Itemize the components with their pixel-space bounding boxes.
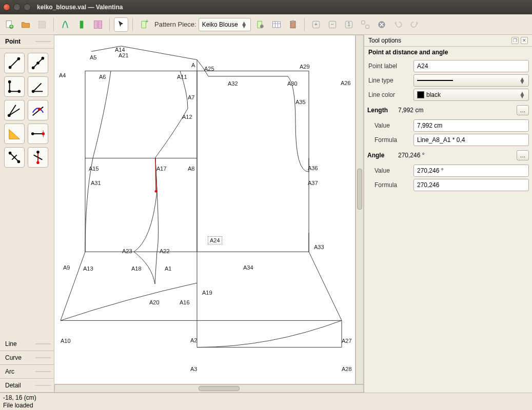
svg-line-67 [155,158,156,192]
panel-close-button[interactable]: ✕ [521,37,528,44]
tool-heading: Point at distance and angle [364,47,532,58]
line-type-label: Line type [367,77,410,84]
angle-value-label: Value [367,167,410,174]
point-tools [0,49,54,172]
svg-rect-12 [291,20,294,22]
svg-rect-11 [290,21,295,28]
angle-formula-input[interactable]: 270,246 [413,179,529,191]
pattern-piece-value: Keiko Blouse [202,21,238,28]
zoom-out-button[interactable]: − [325,17,340,32]
svg-point-34 [18,90,21,93]
layout-button[interactable] [91,17,105,32]
svg-point-54 [36,161,40,164]
svg-line-60 [61,252,85,320]
tab-detail[interactable]: Detail [0,379,54,393]
angle-display: 270,246 ° [398,152,425,159]
svg-text:+: + [10,23,13,29]
clipboard-button[interactable] [286,17,300,32]
vertical-scrollbar[interactable] [356,35,364,384]
pattern-piece-select[interactable]: Keiko Blouse ▲▼ [199,18,251,31]
stop-button[interactable] [375,17,389,32]
line-color-label: Line color [367,91,410,98]
panel-undock-button[interactable]: ❐ [511,37,519,44]
svg-rect-56 [85,71,197,252]
svg-rect-20 [365,25,369,28]
svg-text:+: + [314,22,318,27]
svg-point-6 [260,25,264,28]
tab-line[interactable]: Line [0,337,54,351]
tool-bisector[interactable] [4,100,25,120]
svg-rect-57 [197,71,309,252]
length-expand-button[interactable]: … [517,105,529,115]
main-toolbar: + + Pattern Piece: Keiko Blouse ▲▼ + − 1 [0,14,532,35]
svg-rect-7 [272,22,280,28]
pointer-button[interactable] [114,17,128,32]
drawing-canvas[interactable]: A4A5A14A21A6A11AA25A29A26A32A30A7A35A12A… [54,35,356,384]
length-formula-label: Formula [367,136,410,144]
svg-point-38 [32,90,35,93]
line-color-select[interactable]: black▲▼ [413,89,529,101]
tab-curve[interactable]: Curve [0,351,54,365]
svg-point-68 [155,190,157,193]
tool-angle[interactable] [28,76,48,97]
window-minimize-button[interactable] [13,4,21,11]
svg-text:1: 1 [347,22,350,27]
angle-label: Angle [367,152,384,159]
open-file-button[interactable] [18,17,33,32]
status-coords: -18, 16 (cm) [3,394,529,401]
window-title: keiko_blouse.val — Valentina [37,4,123,11]
svg-point-35 [8,80,11,84]
pattern-piece-label: Pattern Piece: [154,20,196,28]
tool-segment[interactable] [4,53,25,73]
tool-perp[interactable] [4,76,25,97]
table-button[interactable] [269,17,284,32]
svg-point-53 [36,151,40,154]
svg-point-33 [8,90,11,93]
title-bar: keiko_blouse.val — Valentina [0,0,532,14]
svg-line-30 [33,58,43,68]
svg-rect-3 [94,20,98,28]
measurements-button[interactable] [58,17,72,32]
horizontal-scrollbar[interactable] [54,384,364,393]
svg-text:−: − [331,21,334,27]
tab-arc[interactable]: Arc [0,365,54,379]
redo-button[interactable] [407,17,422,32]
length-value-input[interactable]: 7,992 cm [413,119,529,132]
svg-line-26 [10,59,19,68]
length-value-label: Value [367,122,410,129]
length-display: 7,992 cm [398,107,423,114]
tool-midpoint[interactable] [28,53,48,73]
status-bar: -18, 16 (cm) File loaded [0,393,532,410]
tab-point[interactable]: Point [0,35,54,49]
save-file-button[interactable] [35,17,49,32]
panel-title: Tool options [368,37,401,44]
svg-point-41 [8,114,11,117]
tool-intersect-curve[interactable] [28,100,48,120]
pattern-button[interactable] [74,17,89,32]
left-toolbox: Point Line Curve Arc Detail [0,35,54,393]
tool-triangle[interactable] [4,124,25,144]
svg-rect-4 [98,20,102,28]
tool-height[interactable] [28,147,48,168]
tool-options-panel: Tool options ❐ ✕ Point at distance and a… [364,35,532,393]
zoom-in-button[interactable]: + [309,17,323,32]
config-piece-button[interactable] [253,17,267,32]
point-label-input[interactable]: A24 [413,60,529,72]
line-type-select[interactable]: ▲▼ [413,74,529,87]
window-maximize-button[interactable] [24,4,31,11]
angle-value-input[interactable]: 270,246 ° [413,165,529,177]
svg-point-45 [31,132,34,135]
window-close-button[interactable] [3,4,10,11]
spinner-arrows-icon: ▲▼ [241,22,247,28]
add-piece-button[interactable]: + [137,17,151,32]
tool-point-on-line[interactable] [28,124,48,144]
angle-expand-button[interactable]: … [517,150,529,160]
undo-button[interactable] [391,17,405,32]
svg-text:+: + [146,19,149,24]
zoom-original-button[interactable] [358,17,372,32]
new-file-button[interactable]: + [2,17,16,32]
svg-rect-19 [361,20,365,24]
zoom-fit-button[interactable]: 1 [342,17,356,32]
length-formula-input[interactable]: Line_A8_A1 * 0,4 [413,134,529,146]
tool-shoulder[interactable] [4,147,25,168]
